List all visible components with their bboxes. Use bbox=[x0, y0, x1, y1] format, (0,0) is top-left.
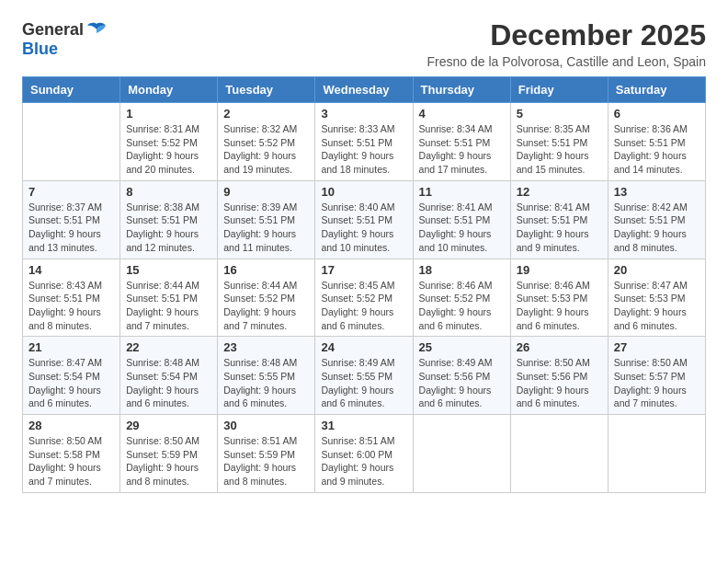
calendar-cell: 1Sunrise: 8:31 AM Sunset: 5:52 PM Daylig… bbox=[120, 103, 218, 181]
calendar-cell: 20Sunrise: 8:47 AM Sunset: 5:53 PM Dayli… bbox=[608, 259, 705, 337]
calendar-cell: 12Sunrise: 8:41 AM Sunset: 5:51 PM Dayli… bbox=[510, 180, 608, 259]
calendar-col-monday: Monday bbox=[120, 77, 218, 103]
day-number: 14 bbox=[28, 263, 114, 277]
calendar-cell: 3Sunrise: 8:33 AM Sunset: 5:51 PM Daylig… bbox=[315, 103, 413, 181]
day-number: 5 bbox=[517, 107, 602, 121]
calendar-cell: 25Sunrise: 8:49 AM Sunset: 5:56 PM Dayli… bbox=[413, 337, 510, 415]
day-number: 12 bbox=[517, 185, 602, 199]
calendar-cell: 7Sunrise: 8:37 AM Sunset: 5:51 PM Daylig… bbox=[23, 180, 120, 259]
calendar-cell: 30Sunrise: 8:51 AM Sunset: 5:59 PM Dayli… bbox=[218, 415, 315, 493]
title-area: December 2025 Fresno de la Polvorosa, Ca… bbox=[427, 18, 706, 69]
day-number: 29 bbox=[126, 419, 211, 432]
calendar-cell: 19Sunrise: 8:46 AM Sunset: 5:53 PM Dayli… bbox=[510, 259, 608, 337]
calendar-cell: 27Sunrise: 8:50 AM Sunset: 5:57 PM Dayli… bbox=[608, 337, 705, 415]
page-subtitle: Fresno de la Polvorosa, Castille and Leo… bbox=[427, 54, 706, 69]
calendar-cell: 8Sunrise: 8:38 AM Sunset: 5:51 PM Daylig… bbox=[120, 180, 218, 259]
day-info: Sunrise: 8:50 AM Sunset: 5:57 PM Dayligh… bbox=[614, 356, 700, 410]
day-number: 31 bbox=[321, 419, 406, 432]
calendar-cell bbox=[23, 103, 120, 181]
day-number: 26 bbox=[517, 340, 602, 354]
day-info: Sunrise: 8:42 AM Sunset: 5:51 PM Dayligh… bbox=[614, 201, 700, 255]
calendar-cell: 22Sunrise: 8:48 AM Sunset: 5:54 PM Dayli… bbox=[120, 337, 218, 415]
calendar-cell: 13Sunrise: 8:42 AM Sunset: 5:51 PM Dayli… bbox=[608, 180, 705, 259]
day-number: 10 bbox=[321, 185, 406, 199]
calendar-cell: 10Sunrise: 8:40 AM Sunset: 5:51 PM Dayli… bbox=[315, 180, 413, 259]
day-info: Sunrise: 8:50 AM Sunset: 5:56 PM Dayligh… bbox=[517, 356, 602, 410]
day-info: Sunrise: 8:41 AM Sunset: 5:51 PM Dayligh… bbox=[517, 201, 602, 255]
day-number: 19 bbox=[517, 263, 602, 277]
calendar-col-tuesday: Tuesday bbox=[218, 77, 315, 103]
day-info: Sunrise: 8:46 AM Sunset: 5:53 PM Dayligh… bbox=[517, 279, 602, 333]
day-number: 24 bbox=[321, 340, 406, 354]
day-number: 9 bbox=[223, 185, 309, 199]
calendar-cell: 24Sunrise: 8:49 AM Sunset: 5:55 PM Dayli… bbox=[315, 337, 413, 415]
day-number: 27 bbox=[614, 340, 700, 354]
calendar-week-row: 14Sunrise: 8:43 AM Sunset: 5:51 PM Dayli… bbox=[23, 259, 706, 337]
calendar-week-row: 1Sunrise: 8:31 AM Sunset: 5:52 PM Daylig… bbox=[23, 103, 706, 181]
calendar-cell bbox=[510, 415, 608, 493]
calendar-col-friday: Friday bbox=[510, 77, 608, 103]
page-title: December 2025 bbox=[427, 18, 706, 52]
calendar-cell: 26Sunrise: 8:50 AM Sunset: 5:56 PM Dayli… bbox=[510, 337, 608, 415]
day-number: 3 bbox=[321, 107, 406, 121]
logo-bird-icon bbox=[85, 18, 108, 40]
day-info: Sunrise: 8:48 AM Sunset: 5:54 PM Dayligh… bbox=[126, 356, 211, 410]
day-info: Sunrise: 8:51 AM Sunset: 6:00 PM Dayligh… bbox=[321, 434, 406, 488]
day-info: Sunrise: 8:45 AM Sunset: 5:52 PM Dayligh… bbox=[321, 279, 406, 333]
day-info: Sunrise: 8:39 AM Sunset: 5:51 PM Dayligh… bbox=[223, 201, 309, 255]
day-info: Sunrise: 8:47 AM Sunset: 5:54 PM Dayligh… bbox=[28, 356, 114, 410]
day-info: Sunrise: 8:49 AM Sunset: 5:56 PM Dayligh… bbox=[419, 356, 505, 410]
calendar-cell: 9Sunrise: 8:39 AM Sunset: 5:51 PM Daylig… bbox=[218, 180, 315, 259]
day-info: Sunrise: 8:44 AM Sunset: 5:52 PM Dayligh… bbox=[223, 279, 309, 333]
calendar-col-sunday: Sunday bbox=[23, 77, 120, 103]
calendar-cell: 28Sunrise: 8:50 AM Sunset: 5:58 PM Dayli… bbox=[23, 415, 120, 493]
calendar-cell: 16Sunrise: 8:44 AM Sunset: 5:52 PM Dayli… bbox=[218, 259, 315, 337]
day-info: Sunrise: 8:49 AM Sunset: 5:55 PM Dayligh… bbox=[321, 356, 406, 410]
calendar-cell: 17Sunrise: 8:45 AM Sunset: 5:52 PM Dayli… bbox=[315, 259, 413, 337]
logo-general: General bbox=[22, 21, 84, 38]
calendar-col-saturday: Saturday bbox=[608, 77, 705, 103]
day-info: Sunrise: 8:47 AM Sunset: 5:53 PM Dayligh… bbox=[614, 279, 700, 333]
logo: General Blue bbox=[22, 18, 108, 57]
day-info: Sunrise: 8:51 AM Sunset: 5:59 PM Dayligh… bbox=[223, 434, 309, 488]
day-number: 18 bbox=[419, 263, 505, 277]
calendar-cell: 5Sunrise: 8:35 AM Sunset: 5:51 PM Daylig… bbox=[510, 103, 608, 181]
day-number: 20 bbox=[614, 263, 700, 277]
day-number: 28 bbox=[28, 419, 114, 432]
day-info: Sunrise: 8:40 AM Sunset: 5:51 PM Dayligh… bbox=[321, 201, 406, 255]
day-info: Sunrise: 8:46 AM Sunset: 5:52 PM Dayligh… bbox=[419, 279, 505, 333]
day-info: Sunrise: 8:48 AM Sunset: 5:55 PM Dayligh… bbox=[223, 356, 309, 410]
calendar-cell: 23Sunrise: 8:48 AM Sunset: 5:55 PM Dayli… bbox=[218, 337, 315, 415]
day-number: 4 bbox=[419, 107, 505, 121]
calendar-cell: 4Sunrise: 8:34 AM Sunset: 5:51 PM Daylig… bbox=[413, 103, 510, 181]
day-number: 15 bbox=[126, 263, 211, 277]
calendar-header-row: SundayMondayTuesdayWednesdayThursdayFrid… bbox=[23, 77, 706, 103]
calendar-cell: 18Sunrise: 8:46 AM Sunset: 5:52 PM Dayli… bbox=[413, 259, 510, 337]
day-number: 8 bbox=[126, 185, 211, 199]
calendar-cell: 14Sunrise: 8:43 AM Sunset: 5:51 PM Dayli… bbox=[23, 259, 120, 337]
calendar-week-row: 7Sunrise: 8:37 AM Sunset: 5:51 PM Daylig… bbox=[23, 180, 706, 259]
calendar-table: SundayMondayTuesdayWednesdayThursdayFrid… bbox=[22, 76, 706, 493]
calendar-week-row: 21Sunrise: 8:47 AM Sunset: 5:54 PM Dayli… bbox=[23, 337, 706, 415]
logo-blue: Blue bbox=[22, 40, 58, 57]
day-number: 23 bbox=[223, 340, 309, 354]
calendar-week-row: 28Sunrise: 8:50 AM Sunset: 5:58 PM Dayli… bbox=[23, 415, 706, 493]
day-info: Sunrise: 8:36 AM Sunset: 5:51 PM Dayligh… bbox=[614, 122, 700, 177]
day-number: 22 bbox=[126, 340, 211, 354]
day-number: 21 bbox=[28, 340, 114, 354]
day-number: 2 bbox=[223, 107, 309, 121]
calendar-cell bbox=[608, 415, 705, 493]
day-info: Sunrise: 8:44 AM Sunset: 5:51 PM Dayligh… bbox=[126, 279, 211, 333]
calendar-cell: 31Sunrise: 8:51 AM Sunset: 6:00 PM Dayli… bbox=[315, 415, 413, 493]
page-header: General Blue December 2025 Fresno de la … bbox=[22, 18, 706, 69]
day-number: 7 bbox=[28, 185, 114, 199]
day-number: 30 bbox=[223, 419, 309, 432]
day-info: Sunrise: 8:38 AM Sunset: 5:51 PM Dayligh… bbox=[126, 201, 211, 255]
day-info: Sunrise: 8:31 AM Sunset: 5:52 PM Dayligh… bbox=[126, 122, 211, 177]
day-info: Sunrise: 8:50 AM Sunset: 5:58 PM Dayligh… bbox=[28, 434, 114, 488]
calendar-cell bbox=[413, 415, 510, 493]
day-number: 1 bbox=[126, 107, 211, 121]
day-info: Sunrise: 8:34 AM Sunset: 5:51 PM Dayligh… bbox=[419, 122, 505, 177]
day-info: Sunrise: 8:43 AM Sunset: 5:51 PM Dayligh… bbox=[28, 279, 114, 333]
calendar-cell: 11Sunrise: 8:41 AM Sunset: 5:51 PM Dayli… bbox=[413, 180, 510, 259]
